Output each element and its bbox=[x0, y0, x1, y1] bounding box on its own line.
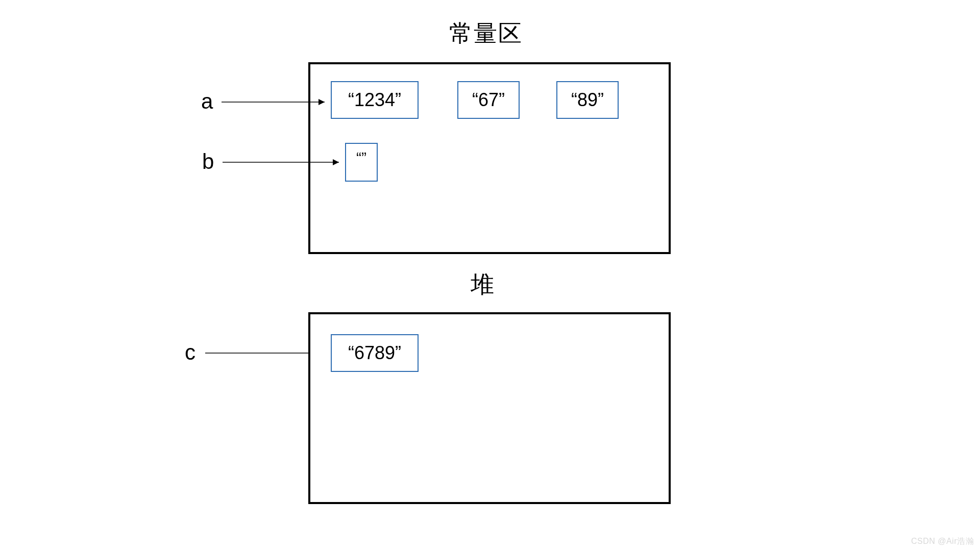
constant-area-title: 常量区 bbox=[449, 18, 523, 49]
value-1234: “1234” bbox=[348, 89, 401, 111]
heap-title: 堆 bbox=[471, 269, 495, 300]
value-6789: “6789” bbox=[348, 342, 401, 364]
value-67: “67” bbox=[472, 89, 505, 111]
box-1234: “1234” bbox=[331, 81, 419, 119]
value-89: “89” bbox=[571, 89, 604, 111]
box-6789: “6789” bbox=[331, 334, 419, 372]
label-a: a bbox=[201, 89, 213, 114]
value-empty: “” bbox=[356, 149, 366, 166]
box-empty: “” bbox=[345, 143, 378, 182]
box-89: “89” bbox=[556, 81, 619, 119]
label-b: b bbox=[202, 149, 214, 174]
label-c: c bbox=[185, 340, 195, 365]
box-67: “67” bbox=[457, 81, 520, 119]
watermark: CSDN @Air浩瀚 bbox=[911, 536, 974, 547]
